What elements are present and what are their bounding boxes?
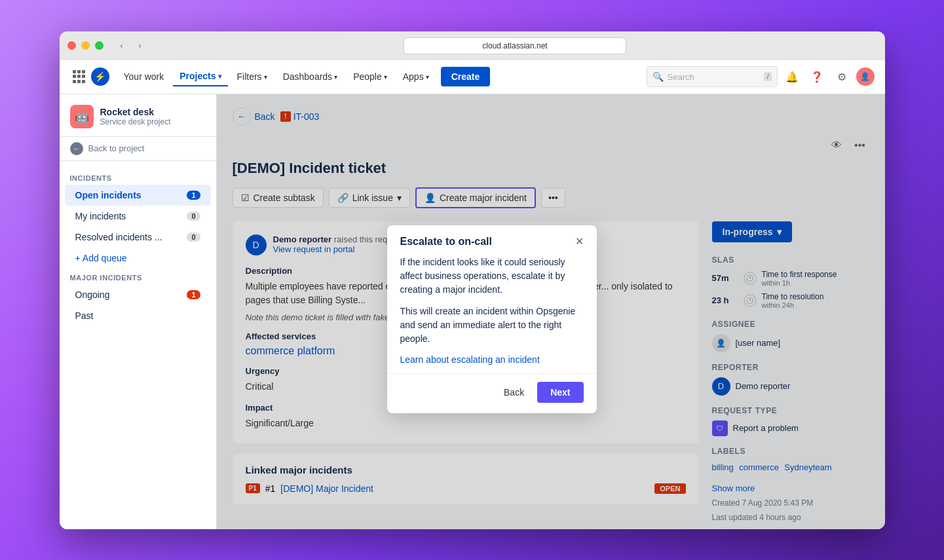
open-status-badge: OPEN <box>654 483 685 494</box>
p1-badge: P1 <box>246 483 260 493</box>
back-to-project-btn[interactable]: ← Back to project <box>60 136 216 161</box>
major-incident-icon: 👤 <box>425 193 436 203</box>
create-subtask-btn[interactable]: ☑ Create subtask <box>233 188 324 208</box>
help-icon[interactable]: ❓ <box>806 66 827 87</box>
sidebar-item-past[interactable]: Past <box>65 305 211 326</box>
nav-your-work[interactable]: Your work <box>117 67 171 86</box>
more-options-icon[interactable]: ••• <box>851 136 869 155</box>
traffic-light-green[interactable] <box>95 41 104 50</box>
issue-type-icon: ! <box>280 111 291 122</box>
breadcrumb: ← Back ! IT-003 <box>233 107 869 126</box>
action-bar: ☑ Create subtask 🔗 Link issue ▾ 👤 Create… <box>233 187 869 208</box>
apps-grid-icon[interactable] <box>70 67 88 86</box>
modal-title: Escalate to on-call <box>400 236 493 248</box>
modal-back-button[interactable]: Back <box>496 383 532 401</box>
people-chevron: ▾ <box>384 73 387 81</box>
traffic-light-red[interactable] <box>67 41 76 50</box>
nav-dashboards[interactable]: Dashboards ▾ <box>276 67 345 86</box>
sla2-clock-icon: 🕐 <box>744 294 757 307</box>
request-type-value: Report a problem <box>733 423 799 433</box>
escalate-modal: Escalate to on-call ✕ If the incident lo… <box>387 225 597 413</box>
show-more-btn[interactable]: Show more <box>712 483 869 493</box>
settings-icon[interactable]: ⚙ <box>831 66 852 87</box>
traffic-light-yellow[interactable] <box>81 41 90 50</box>
updated-text: Last updated 4 hours ago <box>712 513 869 522</box>
project-name: Rocket desk <box>100 107 171 117</box>
reporter-label: Reporter <box>712 363 869 372</box>
project-avatar: 🤖 <box>70 105 94 128</box>
reporter-name-main: Demo reporter <box>273 234 332 244</box>
sidebar-item-open-incidents[interactable]: Open incidents 1 <box>65 185 211 206</box>
watch-icon[interactable]: 👁 <box>827 136 846 155</box>
modal-learn-link[interactable]: Learn about escalating an incident <box>400 354 540 365</box>
nav-projects[interactable]: Projects ▾ <box>173 67 227 86</box>
dashboards-chevron: ▾ <box>334 73 337 81</box>
back-circle-icon: ← <box>70 142 83 155</box>
sla-first-response: 57m 🕐 Time to first response within 1h <box>712 270 869 287</box>
modal-close-btn[interactable]: ✕ <box>575 236 584 247</box>
atlassian-logo[interactable]: ⚡ <box>91 67 109 86</box>
ongoing-badge: 1 <box>187 290 200 299</box>
back-button[interactable]: ← Back <box>233 107 275 126</box>
subtask-icon: ☑ <box>241 193 250 203</box>
linked-incident-item[interactable]: P1 #1 [DEMO] Major Incident OPEN <box>246 483 686 494</box>
status-button[interactable]: In-progress ▾ <box>712 221 792 242</box>
resolved-incidents-badge: 0 <box>187 233 200 242</box>
sla1-clock-icon: 🕐 <box>744 272 757 285</box>
modal-body-text2: This will create an incident within Opsg… <box>400 305 584 346</box>
sla-resolution: 23 h 🕐 Time to resolution within 24h <box>712 292 869 309</box>
projects-chevron: ▾ <box>218 73 221 80</box>
more-actions-btn[interactable]: ••• <box>541 188 565 208</box>
link-icon: 🔗 <box>337 193 349 203</box>
reporter-avatar-right: D <box>712 377 730 396</box>
modal-body-text1: If the incident looks like it could seri… <box>400 255 584 297</box>
add-queue-btn[interactable]: + Add queue <box>65 248 211 269</box>
search-input[interactable]: 🔍 Search / <box>647 66 778 87</box>
assignee-avatar: 👤 <box>712 334 730 352</box>
linked-item-name: [DEMO] Major Incident <box>280 483 373 494</box>
linked-major-incidents-section: Linked major incidents P1 #1 [DEMO] Majo… <box>233 454 699 504</box>
notifications-icon[interactable]: 🔔 <box>782 66 802 87</box>
sidebar-item-my-incidents[interactable]: My incidents 0 <box>65 206 211 227</box>
sidebar-item-ongoing[interactable]: Ongoing 1 <box>65 284 211 305</box>
issue-id-chip[interactable]: ! IT-003 <box>280 111 320 122</box>
sidebar-item-resolved-incidents[interactable]: Resolved incidents ... 0 <box>65 227 211 248</box>
user-avatar[interactable]: 👤 <box>856 67 875 86</box>
label-commerce[interactable]: commerce <box>739 462 779 472</box>
slas-label: SLAs <box>712 255 869 265</box>
assignee-label: Assignee <box>712 320 869 329</box>
my-incidents-badge: 0 <box>187 212 200 221</box>
link-issue-btn[interactable]: 🔗 Link issue ▾ <box>329 188 410 208</box>
nav-filters[interactable]: Filters ▾ <box>231 67 274 86</box>
modal-next-button[interactable]: Next <box>537 382 583 403</box>
linked-item-num: #1 <box>265 483 276 494</box>
status-chevron-icon: ▾ <box>777 227 782 237</box>
linked-incidents-title: Linked major incidents <box>246 464 686 476</box>
labels-label: Labels <box>712 447 869 456</box>
nav-forward-arrow[interactable]: › <box>132 38 148 54</box>
label-sydneyteam[interactable]: Sydneyteam <box>784 462 831 472</box>
incidents-section-title: Incidents <box>60 169 216 185</box>
open-incidents-badge: 1 <box>187 191 200 200</box>
create-major-incident-btn[interactable]: 👤 Create major incident <box>415 187 536 208</box>
search-shortcut: / <box>764 72 771 81</box>
reporter-name-right: Demo reporter <box>736 381 791 391</box>
reporter-avatar-main: D <box>246 234 267 255</box>
nav-people[interactable]: People ▾ <box>347 67 394 86</box>
right-panel: In-progress ▾ SLAs 57m 🕐 Time to first r… <box>712 221 869 522</box>
ellipsis-icon: ••• <box>548 193 558 203</box>
create-button[interactable]: Create <box>441 67 491 86</box>
project-header: 🤖 Rocket desk Service desk project <box>60 94 216 136</box>
nav-back-arrow[interactable]: ‹ <box>114 38 130 54</box>
nav-apps[interactable]: Apps ▾ <box>396 67 436 86</box>
search-icon: 🔍 <box>652 71 664 82</box>
content-area: ← Back ! IT-003 👁 ••• [DEMO] Incident ti… <box>217 94 885 529</box>
topnav: ⚡ Your work Projects ▾ Filters ▾ Dashboa… <box>60 60 885 94</box>
created-text: Created 7 Aug 2020 5:43 PM <box>712 498 869 508</box>
slas-section: SLAs 57m 🕐 Time to first response within… <box>712 255 869 309</box>
label-billing[interactable]: billing <box>712 462 734 472</box>
sidebar: 🤖 Rocket desk Service desk project ← Bac… <box>60 94 217 529</box>
url-bar[interactable]: cloud.atlassian.net <box>404 37 626 54</box>
request-type-label: Request type <box>712 406 869 415</box>
reporter-section: Reporter D Demo reporter <box>712 363 869 396</box>
